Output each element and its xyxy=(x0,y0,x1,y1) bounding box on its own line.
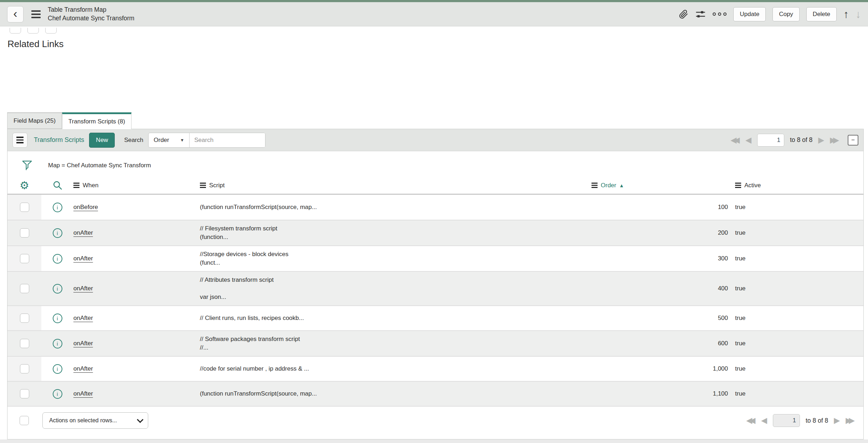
filter-breadcrumb[interactable]: Map = Chef Automate Sync Transform xyxy=(48,162,151,169)
previous-page-icon[interactable]: ◀ xyxy=(745,136,751,144)
when-link[interactable]: onAfter xyxy=(73,365,93,372)
column-menu-icon[interactable] xyxy=(591,183,598,188)
info-icon[interactable] xyxy=(53,254,62,264)
list-title: Transform Scripts xyxy=(34,136,84,144)
next-page-icon[interactable]: ▶ xyxy=(818,136,824,144)
personalize-form-icon[interactable] xyxy=(695,9,706,20)
filter-icon[interactable] xyxy=(22,160,32,171)
row-checkbox[interactable] xyxy=(20,389,29,398)
last-page-icon[interactable]: ▶▶ xyxy=(830,136,839,144)
when-link[interactable]: onAfter xyxy=(73,255,93,262)
row-checkbox[interactable] xyxy=(20,314,29,323)
previous-page-icon[interactable]: ◀ xyxy=(761,417,767,424)
info-icon[interactable] xyxy=(53,389,62,399)
when-link[interactable]: onAfter xyxy=(73,285,93,292)
script-cell: // Software packages transform script//.… xyxy=(200,335,591,352)
more-options-icon[interactable] xyxy=(713,12,727,16)
clipped-form-button[interactable] xyxy=(27,28,39,34)
record-type-title: Table Transform Map xyxy=(48,6,134,14)
list-rows: onBefore (function runTransformScript(so… xyxy=(7,195,863,406)
row-checkbox[interactable] xyxy=(20,339,29,348)
search-field-value: Order xyxy=(154,137,169,144)
transform-scripts-list: Transform Scripts New Search Order ▼ ◀◀ … xyxy=(7,129,864,439)
info-icon[interactable] xyxy=(53,203,62,212)
select-dropdown-icon: ▼ xyxy=(180,138,184,143)
last-page-icon[interactable]: ▶▶ xyxy=(846,417,855,424)
script-cell: // Filesystem transform script(function.… xyxy=(200,224,591,241)
top-pagination: ◀◀ ◀ to 8 of 8 ▶ ▶▶ − xyxy=(730,134,858,147)
column-search-icon[interactable] xyxy=(52,180,63,190)
next-record-icon[interactable]: ↓ xyxy=(856,9,861,20)
info-icon[interactable] xyxy=(53,228,62,238)
info-icon[interactable] xyxy=(53,339,62,348)
order-cell: 300 xyxy=(591,255,728,262)
page: ‹ Table Transform Map Chef Automate Sync… xyxy=(0,0,868,443)
page-number-input[interactable] xyxy=(757,134,784,147)
column-header-row: ⚙ When Script Order ▲ xyxy=(7,177,863,195)
copy-button[interactable]: Copy xyxy=(773,7,800,21)
previous-record-icon[interactable]: ↑ xyxy=(843,9,849,20)
new-button[interactable]: New xyxy=(89,133,115,148)
related-list-tab[interactable]: Transform Scripts (8) xyxy=(62,112,131,129)
row-checkbox[interactable] xyxy=(20,254,29,263)
list-header: Transform Scripts New Search Order ▼ ◀◀ … xyxy=(7,129,863,151)
clipped-form-buttons xyxy=(10,28,57,34)
clipped-form-button[interactable] xyxy=(10,28,21,34)
back-button[interactable]: ‹ xyxy=(7,6,24,22)
column-menu-icon[interactable] xyxy=(200,183,206,188)
row-checkbox[interactable] xyxy=(20,228,29,238)
search-field-select[interactable]: Order ▼ xyxy=(149,133,190,147)
next-page-icon[interactable]: ▶ xyxy=(834,417,840,424)
first-page-icon[interactable]: ◀◀ xyxy=(730,136,740,144)
related-list-tabs: Field Maps (25) Transform Scripts (8) xyxy=(7,112,131,129)
table-row: onAfter //Storage devices - block device… xyxy=(7,245,863,271)
when-link[interactable]: onBefore xyxy=(73,204,98,210)
page-number-input[interactable] xyxy=(773,414,800,427)
order-cell: 600 xyxy=(591,340,728,347)
row-checkbox[interactable] xyxy=(20,203,29,212)
column-header-when[interactable]: When xyxy=(73,182,200,189)
select-all-checkbox[interactable] xyxy=(20,416,29,425)
when-link[interactable]: onAfter xyxy=(73,390,93,397)
related-list-tab[interactable]: Field Maps (25) xyxy=(7,112,62,129)
column-header-order[interactable]: Order ▲ xyxy=(591,182,728,189)
row-checkbox[interactable] xyxy=(20,284,29,293)
when-link[interactable]: onAfter xyxy=(73,315,93,321)
column-menu-icon[interactable] xyxy=(735,183,741,188)
script-cell: //code for serial number , ip address & … xyxy=(200,365,591,373)
record-header: ‹ Table Transform Map Chef Automate Sync… xyxy=(0,2,868,26)
order-cell: 500 xyxy=(591,315,728,322)
table-row: onAfter // Filesystem transform script(f… xyxy=(7,220,863,245)
list-menu-icon[interactable] xyxy=(12,133,27,148)
info-icon[interactable] xyxy=(53,284,62,294)
update-button[interactable]: Update xyxy=(733,7,766,21)
info-icon[interactable] xyxy=(53,364,62,374)
column-menu-icon[interactable] xyxy=(73,183,79,188)
when-link[interactable]: onAfter xyxy=(73,340,93,347)
context-menu-icon[interactable] xyxy=(31,10,41,18)
collapse-list-icon[interactable]: − xyxy=(848,135,858,146)
search-input[interactable] xyxy=(190,133,265,147)
script-cell: //Storage devices - block devices(funct.… xyxy=(200,250,591,267)
row-range-text: to 8 of 8 xyxy=(790,136,812,144)
first-page-icon[interactable]: ◀◀ xyxy=(746,417,755,424)
when-link[interactable]: onAfter xyxy=(73,229,93,236)
active-cell: true xyxy=(728,340,863,347)
clipped-form-button[interactable] xyxy=(45,28,57,34)
list-personalize-gear-icon[interactable]: ⚙ xyxy=(20,180,29,191)
delete-button[interactable]: Delete xyxy=(806,7,837,21)
script-cell: (function runTransformScript(source, map… xyxy=(200,389,591,398)
sort-ascending-icon: ▲ xyxy=(619,183,624,188)
actions-select[interactable]: Actions on selected rows... xyxy=(42,412,148,429)
order-cell: 200 xyxy=(591,229,728,236)
info-icon[interactable] xyxy=(53,314,62,323)
bottom-pagination: ◀◀ ◀ to 8 of 8 ▶ ▶▶ xyxy=(746,414,855,427)
attachment-icon[interactable] xyxy=(678,9,688,19)
row-checkbox[interactable] xyxy=(20,364,29,373)
column-header-active[interactable]: Active xyxy=(728,182,863,189)
active-cell: true xyxy=(728,285,863,292)
search-group: Order ▼ xyxy=(148,133,265,148)
table-row: onAfter (function runTransformScript(sou… xyxy=(7,381,863,406)
column-header-script[interactable]: Script xyxy=(200,182,591,189)
active-cell: true xyxy=(728,204,863,211)
